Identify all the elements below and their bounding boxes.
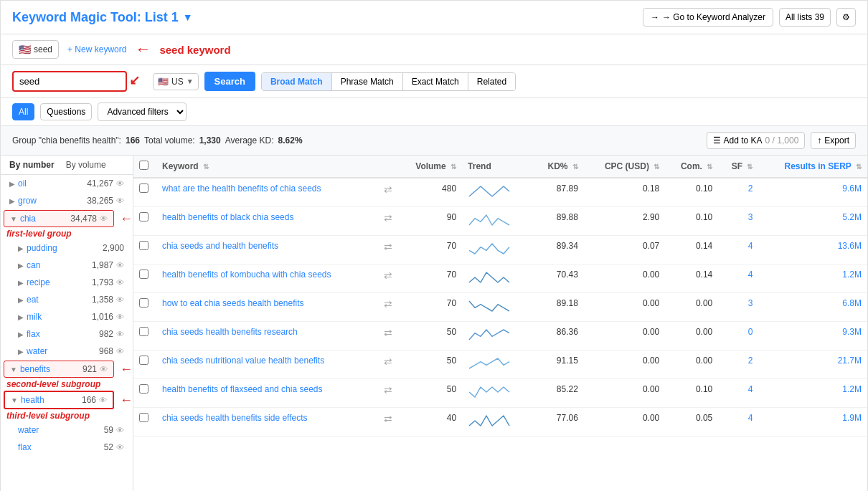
- sf-link[interactable]: 4: [748, 384, 753, 394]
- row-keyword-cell: health benefits of black chia seeds: [156, 207, 378, 236]
- sidebar-item-flax-sub[interactable]: flax 52 👁: [1, 439, 133, 456]
- keyword-filter-icon[interactable]: ⇅: [203, 163, 209, 171]
- sidebar-item-pudding[interactable]: ▶ pudding 2,900: [1, 239, 133, 257]
- seed-keyword-annotation: seed keyword: [159, 44, 230, 56]
- eye-icon[interactable]: 👁: [116, 196, 124, 205]
- sf-link[interactable]: 3: [748, 212, 753, 222]
- row-checkbox[interactable]: [139, 413, 148, 422]
- sidebar-item-eat[interactable]: ▶ eat 1,358 👁: [1, 291, 133, 308]
- eye-icon[interactable]: 👁: [116, 278, 124, 287]
- exact-match-button[interactable]: Exact Match: [403, 73, 468, 90]
- keyword-link[interactable]: what are the health benefits of chia see…: [162, 183, 321, 194]
- sidebar-item-water[interactable]: ▶ water 968 👁: [1, 343, 133, 360]
- keyword-link[interactable]: chia seeds health benefits research: [162, 327, 298, 337]
- sidebar-item-oil[interactable]: ▶ oil 41,267 👁: [1, 175, 133, 192]
- row-checkbox[interactable]: [139, 384, 148, 394]
- broad-match-button[interactable]: Broad Match: [262, 73, 332, 90]
- by-number-tab[interactable]: By number: [9, 160, 55, 170]
- add-to-list-icon[interactable]: ⇄: [384, 212, 392, 224]
- eye-icon[interactable]: 👁: [100, 214, 108, 223]
- eye-icon[interactable]: 👁: [116, 179, 124, 188]
- row-sf: 4: [718, 379, 758, 408]
- eye-icon[interactable]: 👁: [116, 295, 124, 304]
- sf-link[interactable]: 0: [748, 327, 753, 337]
- serp-filter-icon[interactable]: ⇅: [856, 163, 862, 171]
- header-title: Keyword Magic Tool: List 1 ▼: [12, 10, 193, 25]
- all-filter-button[interactable]: All: [12, 103, 34, 120]
- sidebar-item-chia[interactable]: ▼ chia 34,478 👁: [4, 210, 114, 227]
- add-to-list-icon[interactable]: ⇄: [384, 298, 392, 310]
- seed-tab[interactable]: 🇺🇸 seed: [12, 40, 59, 59]
- sidebar-item-can[interactable]: ▶ can 1,987 👁: [1, 257, 133, 274]
- country-select[interactable]: 🇺🇸 US ▼: [153, 73, 199, 90]
- row-checkbox[interactable]: [139, 241, 148, 250]
- eye-icon[interactable]: 👁: [116, 443, 124, 452]
- sidebar-item-recipe[interactable]: ▶ recipe 1,793 👁: [1, 274, 133, 291]
- sf-link[interactable]: 2: [748, 183, 753, 194]
- sidebar-item-benefits[interactable]: ▼ benefits 921 👁: [4, 361, 114, 378]
- export-button[interactable]: ↑ Export: [811, 132, 856, 149]
- add-to-list-icon[interactable]: ⇄: [384, 356, 392, 367]
- keyword-link[interactable]: health benefits of black chia seeds: [162, 212, 293, 222]
- search-button[interactable]: Search: [204, 72, 255, 91]
- phrase-match-button[interactable]: Phrase Match: [332, 73, 403, 90]
- add-to-ka-button[interactable]: ☰ Add to KA 0 / 1,000: [707, 132, 806, 149]
- new-keyword-button[interactable]: + New keyword: [67, 44, 126, 54]
- keyword-link[interactable]: how to eat chia seeds health benefits: [162, 298, 303, 308]
- chevron-right-icon: ▶: [9, 180, 15, 188]
- row-checkbox[interactable]: [139, 270, 148, 279]
- kd-filter-icon[interactable]: ⇅: [572, 163, 578, 171]
- eye-icon[interactable]: 👁: [116, 313, 124, 321]
- keyword-link[interactable]: health benefits of flaxseed and chia see…: [162, 384, 323, 394]
- sidebar-item-water-sub[interactable]: water 59 👁: [1, 421, 133, 439]
- by-volume-tab[interactable]: By volume: [66, 160, 106, 170]
- add-to-list-icon[interactable]: ⇄: [384, 384, 392, 396]
- cpc-filter-icon[interactable]: ⇅: [654, 163, 659, 171]
- select-all-checkbox[interactable]: [139, 161, 148, 170]
- eye-icon[interactable]: 👁: [116, 330, 124, 338]
- keyword-link[interactable]: chia seeds health benefits side effects: [162, 413, 308, 423]
- row-checkbox[interactable]: [139, 298, 148, 308]
- add-to-list-icon[interactable]: ⇄: [384, 241, 392, 252]
- sf-filter-icon[interactable]: ⇅: [747, 163, 753, 171]
- volume-filter-icon[interactable]: ⇅: [450, 163, 456, 171]
- chevron-right-icon: ▶: [18, 244, 24, 252]
- sf-link[interactable]: 4: [748, 270, 753, 280]
- related-button[interactable]: Related: [468, 73, 515, 90]
- keyword-link[interactable]: chia seeds nutritional value health bene…: [162, 356, 324, 366]
- keyword-link[interactable]: chia seeds and health benefits: [162, 241, 278, 251]
- sf-link[interactable]: 3: [748, 298, 753, 308]
- sidebar-item-milk[interactable]: ▶ milk 1,016 👁: [1, 308, 133, 325]
- keyword-link[interactable]: health benefits of kombucha with chia se…: [162, 270, 331, 280]
- row-checkbox[interactable]: [139, 356, 148, 365]
- go-to-analyzer-button[interactable]: → → Go to Keyword Analyzer: [643, 8, 773, 27]
- search-input[interactable]: [12, 71, 127, 92]
- sf-link[interactable]: 4: [748, 413, 753, 423]
- row-checkbox[interactable]: [139, 212, 148, 221]
- advanced-filters-select[interactable]: Advanced filters: [98, 103, 187, 121]
- sidebar-item-grow[interactable]: ▶ grow 38,265 👁: [1, 192, 133, 209]
- add-to-list-icon[interactable]: ⇄: [384, 327, 392, 338]
- gear-button[interactable]: ⚙: [836, 8, 856, 27]
- row-checkbox[interactable]: [139, 183, 148, 193]
- eye-icon[interactable]: 👁: [116, 426, 124, 434]
- add-to-list-icon[interactable]: ⇄: [384, 413, 392, 424]
- add-to-list-icon[interactable]: ⇄: [384, 183, 392, 195]
- sf-link[interactable]: 2: [748, 356, 753, 366]
- eye-icon[interactable]: 👁: [99, 396, 107, 404]
- questions-filter-button[interactable]: Questions: [40, 103, 92, 120]
- sidebar-item-flax[interactable]: ▶ flax 982 👁: [1, 325, 133, 343]
- eye-icon[interactable]: 👁: [116, 347, 124, 356]
- row-kd: 70.43: [532, 264, 584, 293]
- sidebar-item-health[interactable]: ▼ health 166 👁: [4, 391, 114, 409]
- add-to-list-icon[interactable]: ⇄: [384, 270, 392, 281]
- row-cpc: 2.90: [584, 207, 665, 236]
- eye-icon[interactable]: 👁: [100, 365, 108, 373]
- chevron-right-icon: ▶: [18, 313, 24, 321]
- list-dropdown-icon[interactable]: ▼: [183, 11, 193, 23]
- row-checkbox[interactable]: [139, 327, 148, 336]
- all-lists-button[interactable]: All lists 39: [779, 8, 831, 27]
- com-filter-icon[interactable]: ⇅: [707, 163, 712, 171]
- sf-link[interactable]: 4: [748, 241, 753, 251]
- eye-icon[interactable]: 👁: [116, 261, 124, 270]
